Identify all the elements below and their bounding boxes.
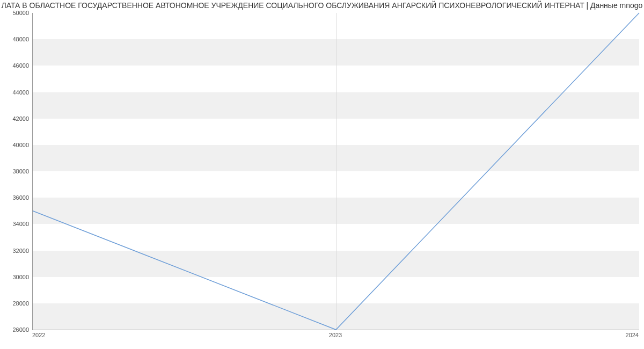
y-tick-label: 40000: [2, 142, 29, 148]
y-tick-label: 30000: [2, 274, 29, 280]
chart-title: ЛАТА В ОБЛАСТНОЕ ГОСУДАРСТВЕННОЕ АВТОНОМ…: [0, 1, 644, 10]
y-tick-label: 44000: [2, 89, 29, 96]
y-tick-label: 50000: [2, 10, 29, 16]
x-tick-label: 2023: [329, 332, 342, 338]
y-tick-label: 46000: [2, 62, 29, 69]
y-tick-label: 34000: [2, 221, 29, 227]
y-tick-label: 28000: [2, 300, 29, 307]
y-tick-label: 36000: [2, 194, 29, 201]
plot-area: [32, 13, 639, 330]
y-tick-label: 38000: [2, 168, 29, 174]
y-tick-label: 26000: [2, 326, 29, 333]
y-tick-label: 42000: [2, 115, 29, 122]
y-tick-label: 48000: [2, 36, 29, 42]
x-tick-label: 2022: [32, 332, 45, 338]
x-tick-label: 2024: [626, 332, 639, 338]
y-tick-label: 32000: [2, 248, 29, 254]
line-series: [33, 13, 639, 330]
